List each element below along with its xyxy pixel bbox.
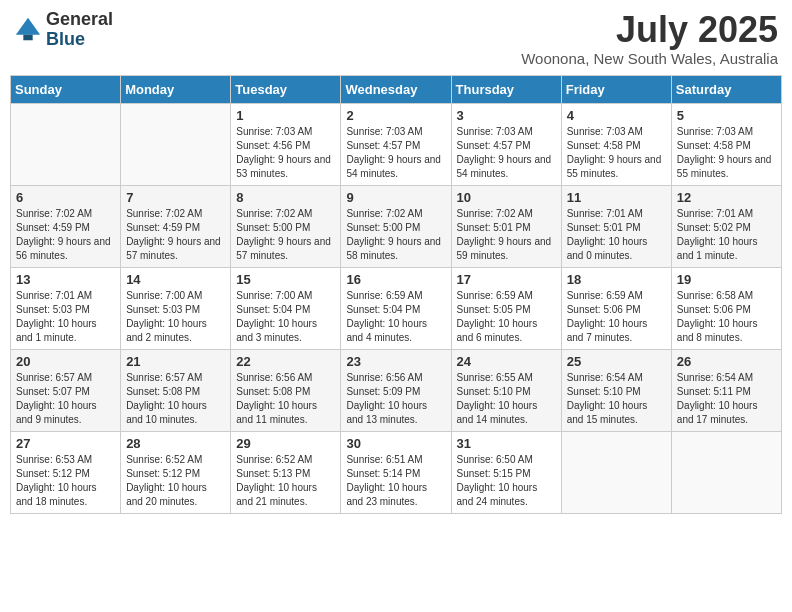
day-number: 13 — [16, 272, 115, 287]
day-info: Sunrise: 6:52 AM Sunset: 5:12 PM Dayligh… — [126, 453, 225, 509]
day-info: Sunrise: 6:58 AM Sunset: 5:06 PM Dayligh… — [677, 289, 776, 345]
logo-icon — [14, 16, 42, 44]
day-cell: 9Sunrise: 7:02 AM Sunset: 5:00 PM Daylig… — [341, 185, 451, 267]
day-number: 8 — [236, 190, 335, 205]
week-row-3: 13Sunrise: 7:01 AM Sunset: 5:03 PM Dayli… — [11, 267, 782, 349]
header-friday: Friday — [561, 75, 671, 103]
day-info: Sunrise: 6:59 AM Sunset: 5:05 PM Dayligh… — [457, 289, 556, 345]
day-number: 12 — [677, 190, 776, 205]
day-cell: 13Sunrise: 7:01 AM Sunset: 5:03 PM Dayli… — [11, 267, 121, 349]
day-cell: 16Sunrise: 6:59 AM Sunset: 5:04 PM Dayli… — [341, 267, 451, 349]
day-info: Sunrise: 7:03 AM Sunset: 4:57 PM Dayligh… — [346, 125, 445, 181]
day-number: 26 — [677, 354, 776, 369]
day-info: Sunrise: 6:59 AM Sunset: 5:06 PM Dayligh… — [567, 289, 666, 345]
day-info: Sunrise: 6:57 AM Sunset: 5:08 PM Dayligh… — [126, 371, 225, 427]
day-cell: 10Sunrise: 7:02 AM Sunset: 5:01 PM Dayli… — [451, 185, 561, 267]
logo-blue: Blue — [46, 30, 113, 50]
day-info: Sunrise: 7:01 AM Sunset: 5:01 PM Dayligh… — [567, 207, 666, 263]
day-info: Sunrise: 7:03 AM Sunset: 4:58 PM Dayligh… — [677, 125, 776, 181]
day-info: Sunrise: 7:03 AM Sunset: 4:56 PM Dayligh… — [236, 125, 335, 181]
svg-rect-1 — [23, 34, 32, 40]
day-info: Sunrise: 6:54 AM Sunset: 5:11 PM Dayligh… — [677, 371, 776, 427]
day-number: 10 — [457, 190, 556, 205]
day-cell: 5Sunrise: 7:03 AM Sunset: 4:58 PM Daylig… — [671, 103, 781, 185]
day-info: Sunrise: 7:02 AM Sunset: 4:59 PM Dayligh… — [126, 207, 225, 263]
day-info: Sunrise: 7:02 AM Sunset: 5:01 PM Dayligh… — [457, 207, 556, 263]
day-cell: 27Sunrise: 6:53 AM Sunset: 5:12 PM Dayli… — [11, 431, 121, 513]
title-block: July 2025 Woonona, New South Wales, Aust… — [521, 10, 778, 67]
day-number: 31 — [457, 436, 556, 451]
day-info: Sunrise: 6:51 AM Sunset: 5:14 PM Dayligh… — [346, 453, 445, 509]
day-cell: 20Sunrise: 6:57 AM Sunset: 5:07 PM Dayli… — [11, 349, 121, 431]
day-info: Sunrise: 6:56 AM Sunset: 5:09 PM Dayligh… — [346, 371, 445, 427]
day-info: Sunrise: 7:01 AM Sunset: 5:02 PM Dayligh… — [677, 207, 776, 263]
day-cell: 7Sunrise: 7:02 AM Sunset: 4:59 PM Daylig… — [121, 185, 231, 267]
day-info: Sunrise: 7:03 AM Sunset: 4:58 PM Dayligh… — [567, 125, 666, 181]
day-number: 27 — [16, 436, 115, 451]
week-row-5: 27Sunrise: 6:53 AM Sunset: 5:12 PM Dayli… — [11, 431, 782, 513]
week-row-1: 1Sunrise: 7:03 AM Sunset: 4:56 PM Daylig… — [11, 103, 782, 185]
day-cell: 4Sunrise: 7:03 AM Sunset: 4:58 PM Daylig… — [561, 103, 671, 185]
day-cell: 15Sunrise: 7:00 AM Sunset: 5:04 PM Dayli… — [231, 267, 341, 349]
day-cell: 25Sunrise: 6:54 AM Sunset: 5:10 PM Dayli… — [561, 349, 671, 431]
day-number: 24 — [457, 354, 556, 369]
day-number: 3 — [457, 108, 556, 123]
day-number: 23 — [346, 354, 445, 369]
day-info: Sunrise: 6:50 AM Sunset: 5:15 PM Dayligh… — [457, 453, 556, 509]
day-cell: 1Sunrise: 7:03 AM Sunset: 4:56 PM Daylig… — [231, 103, 341, 185]
day-number: 16 — [346, 272, 445, 287]
day-number: 20 — [16, 354, 115, 369]
day-info: Sunrise: 7:01 AM Sunset: 5:03 PM Dayligh… — [16, 289, 115, 345]
day-number: 5 — [677, 108, 776, 123]
day-number: 2 — [346, 108, 445, 123]
day-cell: 11Sunrise: 7:01 AM Sunset: 5:01 PM Dayli… — [561, 185, 671, 267]
day-cell: 6Sunrise: 7:02 AM Sunset: 4:59 PM Daylig… — [11, 185, 121, 267]
day-number: 4 — [567, 108, 666, 123]
day-number: 6 — [16, 190, 115, 205]
day-cell: 12Sunrise: 7:01 AM Sunset: 5:02 PM Dayli… — [671, 185, 781, 267]
day-cell: 22Sunrise: 6:56 AM Sunset: 5:08 PM Dayli… — [231, 349, 341, 431]
day-number: 15 — [236, 272, 335, 287]
day-cell — [121, 103, 231, 185]
day-cell: 14Sunrise: 7:00 AM Sunset: 5:03 PM Dayli… — [121, 267, 231, 349]
day-cell: 19Sunrise: 6:58 AM Sunset: 5:06 PM Dayli… — [671, 267, 781, 349]
week-row-2: 6Sunrise: 7:02 AM Sunset: 4:59 PM Daylig… — [11, 185, 782, 267]
day-cell: 21Sunrise: 6:57 AM Sunset: 5:08 PM Dayli… — [121, 349, 231, 431]
day-info: Sunrise: 7:03 AM Sunset: 4:57 PM Dayligh… — [457, 125, 556, 181]
day-number: 1 — [236, 108, 335, 123]
day-cell — [561, 431, 671, 513]
day-number: 21 — [126, 354, 225, 369]
calendar-table: SundayMondayTuesdayWednesdayThursdayFrid… — [10, 75, 782, 514]
day-cell: 3Sunrise: 7:03 AM Sunset: 4:57 PM Daylig… — [451, 103, 561, 185]
day-number: 11 — [567, 190, 666, 205]
day-number: 19 — [677, 272, 776, 287]
day-info: Sunrise: 7:02 AM Sunset: 5:00 PM Dayligh… — [236, 207, 335, 263]
day-cell — [671, 431, 781, 513]
day-number: 7 — [126, 190, 225, 205]
day-cell: 8Sunrise: 7:02 AM Sunset: 5:00 PM Daylig… — [231, 185, 341, 267]
day-cell: 30Sunrise: 6:51 AM Sunset: 5:14 PM Dayli… — [341, 431, 451, 513]
day-info: Sunrise: 6:57 AM Sunset: 5:07 PM Dayligh… — [16, 371, 115, 427]
header-thursday: Thursday — [451, 75, 561, 103]
day-cell: 18Sunrise: 6:59 AM Sunset: 5:06 PM Dayli… — [561, 267, 671, 349]
day-cell: 29Sunrise: 6:52 AM Sunset: 5:13 PM Dayli… — [231, 431, 341, 513]
header-monday: Monday — [121, 75, 231, 103]
calendar-header-row: SundayMondayTuesdayWednesdayThursdayFrid… — [11, 75, 782, 103]
logo: General Blue — [14, 10, 113, 50]
day-info: Sunrise: 6:56 AM Sunset: 5:08 PM Dayligh… — [236, 371, 335, 427]
day-cell — [11, 103, 121, 185]
header-wednesday: Wednesday — [341, 75, 451, 103]
day-number: 29 — [236, 436, 335, 451]
day-number: 9 — [346, 190, 445, 205]
logo-text: General Blue — [46, 10, 113, 50]
day-cell: 26Sunrise: 6:54 AM Sunset: 5:11 PM Dayli… — [671, 349, 781, 431]
day-info: Sunrise: 6:59 AM Sunset: 5:04 PM Dayligh… — [346, 289, 445, 345]
day-cell: 2Sunrise: 7:03 AM Sunset: 4:57 PM Daylig… — [341, 103, 451, 185]
day-cell: 28Sunrise: 6:52 AM Sunset: 5:12 PM Dayli… — [121, 431, 231, 513]
header-saturday: Saturday — [671, 75, 781, 103]
month-title: July 2025 — [521, 10, 778, 50]
header-sunday: Sunday — [11, 75, 121, 103]
day-number: 30 — [346, 436, 445, 451]
day-number: 22 — [236, 354, 335, 369]
logo-general: General — [46, 10, 113, 30]
